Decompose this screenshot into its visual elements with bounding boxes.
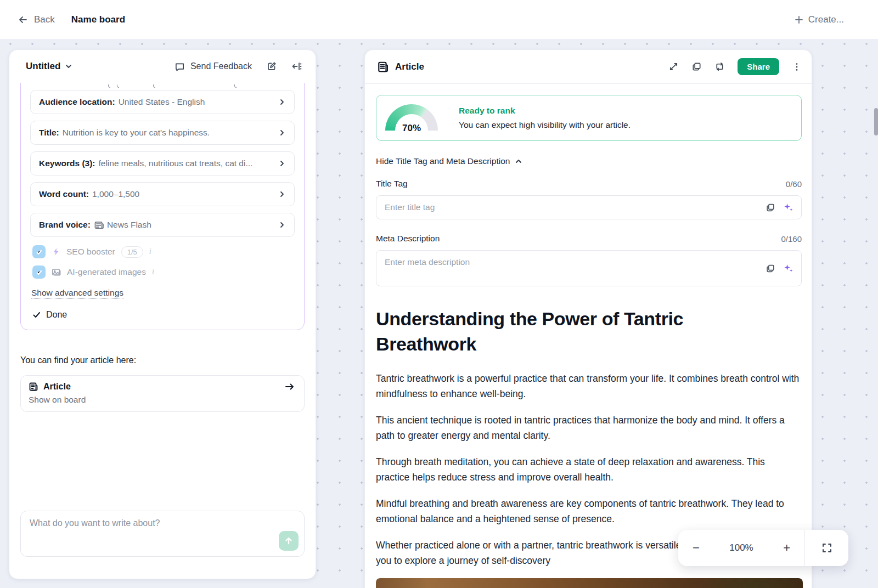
top-bar: Back Name board Create... <box>0 0 878 39</box>
back-label: Back <box>34 14 55 25</box>
done-button[interactable]: Done <box>32 310 295 320</box>
composer-scroll-area: Audience location: United States - Engli… <box>9 83 316 579</box>
article-doc-icon <box>29 382 38 392</box>
fullscreen-icon <box>821 542 832 553</box>
composer-panel: Untitled Send Feedback <box>9 49 316 579</box>
rank-percent: 70% <box>385 123 438 134</box>
meta-description-label: Meta Description <box>376 234 440 244</box>
setting-row-brand-voice[interactable]: Brand voice: News Flash <box>30 213 295 237</box>
article-paragraph: This ancient technique is rooted in tant… <box>376 412 801 443</box>
article-card-subtitle: Show on board <box>29 395 295 405</box>
chevron-right-icon <box>278 129 286 137</box>
page-scrollbar-thumb[interactable] <box>874 108 878 135</box>
ai-sparkles-icon[interactable] <box>783 263 793 274</box>
chevron-down-icon <box>65 63 72 70</box>
zoom-out-button[interactable]: − <box>693 542 700 554</box>
ai-images-row: AI-generated images i <box>32 265 295 279</box>
zoom-level: 100% <box>729 542 753 553</box>
info-icon[interactable]: i <box>152 268 154 276</box>
share-button[interactable]: Share <box>738 58 779 75</box>
regenerate-icon[interactable] <box>714 61 725 72</box>
composer-header: Untitled Send Feedback <box>9 50 316 83</box>
info-icon[interactable]: i <box>149 247 151 256</box>
seo-booster-badge: 1/5 <box>121 246 143 258</box>
hide-meta-toggle[interactable]: Hide Title Tag and Meta Description <box>376 156 522 166</box>
title-tag-label: Title Tag <box>376 179 408 189</box>
kebab-menu-icon[interactable] <box>792 62 802 72</box>
article-card-title: Article <box>43 382 71 392</box>
article-doc-icon <box>377 61 389 73</box>
board-name-menu[interactable]: Untitled <box>26 61 72 72</box>
ai-images-checkbox[interactable] <box>32 265 46 279</box>
seo-booster-row: SEO booster 1/5 i <box>32 245 295 259</box>
newspaper-icon <box>94 221 104 229</box>
ai-images-label: AI-generated images <box>67 267 146 277</box>
board-name-label: Untitled <box>26 61 60 72</box>
article-panel: Article Share <box>364 49 812 588</box>
find-article-label: You can find your article here: <box>20 355 316 365</box>
meta-description-input[interactable] <box>376 251 801 286</box>
show-advanced-settings-link[interactable]: Show advanced settings <box>31 288 123 299</box>
lightning-bolt-icon <box>52 247 60 256</box>
collapse-panel-icon[interactable] <box>291 61 302 72</box>
back-arrow-icon <box>18 14 29 25</box>
article-paragraph: Through breath meditation, you can achie… <box>376 454 801 485</box>
prompt-input[interactable] <box>21 511 304 556</box>
prompt-box <box>20 511 305 557</box>
setting-row-keywords[interactable]: Keywords (3): feline meals, nutritious c… <box>30 151 295 176</box>
expand-icon[interactable] <box>668 61 679 72</box>
article-hero-image <box>376 578 803 588</box>
create-label: Create... <box>808 14 844 25</box>
arrow-up-icon <box>284 536 293 545</box>
article-panel-body: 70% Ready to rank You can expect high vi… <box>365 84 812 588</box>
title-tag-counter: 0/60 <box>786 179 802 189</box>
done-label: Done <box>46 310 67 320</box>
back-button[interactable]: Back <box>18 14 55 25</box>
edit-icon[interactable] <box>266 61 277 72</box>
chevron-right-icon <box>278 221 286 229</box>
title-tag-input[interactable] <box>376 196 801 219</box>
arrow-right-icon <box>284 381 295 392</box>
image-icon <box>52 268 61 277</box>
rank-gauge: 70% <box>385 104 438 132</box>
copy-icon[interactable] <box>766 263 775 273</box>
ai-sparkles-icon[interactable] <box>783 202 793 213</box>
chevron-right-icon <box>278 190 286 198</box>
zoom-controls: − 100% + <box>678 530 848 566</box>
setting-row-word-count[interactable]: Word count: 1,000–1,500 <box>30 182 295 206</box>
setting-row-audience-location[interactable]: Audience location: United States - Engli… <box>30 90 295 114</box>
generation-settings-card: Audience location: United States - Engli… <box>20 83 305 330</box>
chevron-right-icon <box>278 98 286 106</box>
rank-subtitle: You can expect high visibility with your… <box>459 120 631 130</box>
article-paragraph: Mindful breathing and breath awareness a… <box>376 496 801 527</box>
hide-meta-label: Hide Title Tag and Meta Description <box>376 156 510 166</box>
board-canvas: Back Name board Create... Untitled Send … <box>0 0 878 588</box>
clipped-scrolled-text <box>30 83 295 90</box>
seo-booster-checkbox[interactable] <box>32 245 46 258</box>
seo-booster-label: SEO booster <box>66 247 115 257</box>
send-feedback-label: Send Feedback <box>190 61 252 71</box>
chevron-right-icon <box>278 160 286 167</box>
duplicate-icon[interactable] <box>691 61 702 72</box>
article-paragraph: Tantric breathwork is a powerful practic… <box>376 371 801 402</box>
check-icon <box>32 310 41 319</box>
chevron-up-icon <box>515 157 522 165</box>
rank-card: 70% Ready to rank You can expect high vi… <box>376 95 802 141</box>
meta-description-counter: 0/160 <box>781 234 802 244</box>
plus-icon <box>795 15 803 24</box>
meta-description-field <box>376 250 802 286</box>
article-panel-header: Article Share <box>365 50 812 84</box>
feedback-bubble-icon <box>175 61 185 72</box>
article-link-card[interactable]: Article Show on board <box>20 375 305 412</box>
copy-icon[interactable] <box>766 202 775 212</box>
send-button[interactable] <box>279 531 299 551</box>
send-feedback-button[interactable]: Send Feedback <box>175 61 252 72</box>
rank-title: Ready to rank <box>459 106 631 116</box>
zoom-in-button[interactable]: + <box>783 542 790 554</box>
article-heading: Understanding the Power of Tantric Breat… <box>376 306 760 357</box>
article-panel-title: Article <box>395 61 424 72</box>
title-tag-field <box>376 195 802 219</box>
setting-row-title[interactable]: Title: Nutrition is key to your cat's ha… <box>30 121 295 145</box>
create-button[interactable]: Create... <box>795 14 844 25</box>
fullscreen-button[interactable] <box>805 542 848 553</box>
